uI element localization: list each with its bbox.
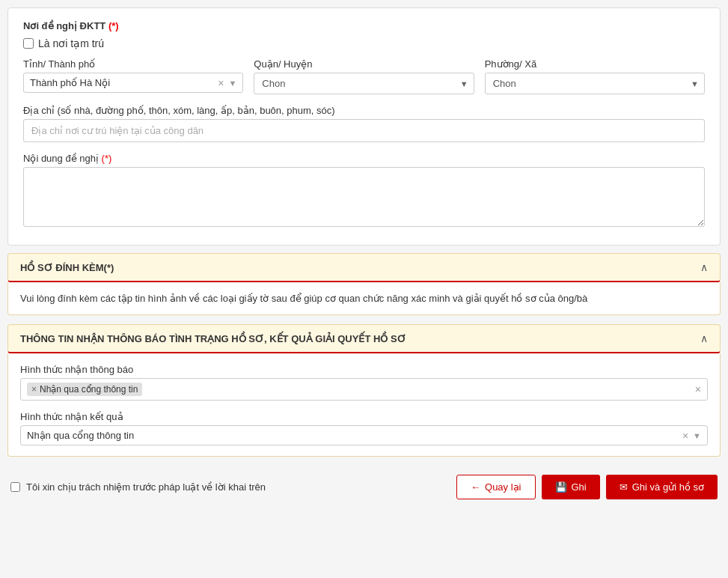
hinh-thuc-bao-select[interactable]: × Nhận qua cổng thông tin × xyxy=(20,378,708,401)
thongtin-title: THÔNG TIN NHẬN THÔNG BÁO TÌNH TRẠNG HỒ S… xyxy=(20,333,406,344)
quan-label: Quận/ Huyện xyxy=(254,58,474,70)
hinh-thuc-bao-group: Hình thức nhận thông báo × Nhận qua cổng… xyxy=(20,364,708,401)
send-icon: ✉ xyxy=(620,481,628,493)
noidung-label: Nội dung đề nghị (*) xyxy=(23,153,705,164)
noidung-row: Nội dung đề nghị (*) xyxy=(23,153,705,227)
diachi-input[interactable] xyxy=(23,119,705,142)
hinh-thuc-bao-label: Hình thức nhận thông báo xyxy=(20,364,708,375)
responsibility-label: Tôi xin chịu trách nhiệm trước pháp luật… xyxy=(26,481,266,493)
tinh-value: Thành phố Hà Nội xyxy=(30,77,213,88)
noi-de-nghi-label: Nơi đề nghị ĐKTT (*) xyxy=(23,20,705,31)
tam-tru-label: Là nơi tạm trú xyxy=(38,37,104,49)
save-icon: 💾 xyxy=(555,481,567,493)
thongtin-content: Hình thức nhận thông báo × Nhận qua cổng… xyxy=(7,353,721,457)
hinh-thuc-ket-arrow-icon: ▼ xyxy=(693,431,701,440)
footer-bar: Tôi xin chịu trách nhiệm trước pháp luật… xyxy=(7,466,721,502)
hinh-thuc-bao-tag: × Nhận qua cổng thông tin xyxy=(27,383,142,396)
tag-close-icon[interactable]: × xyxy=(31,384,37,395)
noidung-group: Nội dung đề nghị (*) xyxy=(23,153,705,227)
hoso-content: Vui lòng đính kèm các tập tin hình ảnh v… xyxy=(7,282,721,315)
diachi-row: Địa chỉ (số nhà, đường phố, thôn, xóm, l… xyxy=(23,105,705,142)
back-button[interactable]: ← Quay lại xyxy=(456,475,535,499)
hoso-description: Vui lòng đính kèm các tập tin hình ảnh v… xyxy=(20,293,708,304)
hinh-thuc-ket-select[interactable]: Nhận qua cổng thông tin × ▼ xyxy=(20,425,708,445)
thongtin-collapse-icon[interactable]: ∧ xyxy=(700,332,708,344)
section-title-text: Nơi đề nghị ĐKTT xyxy=(23,20,105,31)
phuong-label: Phường/ Xã xyxy=(485,58,705,70)
hinh-thuc-ket-value: Nhận qua cổng thông tin xyxy=(27,430,678,441)
noidung-label-text: Nội dung đề nghị xyxy=(23,153,99,164)
diachi-group: Địa chỉ (số nhà, đường phố, thôn, xóm, l… xyxy=(23,105,705,142)
hoso-title: HỒ SƠ ĐÍNH KÈM(*) xyxy=(20,262,114,273)
hinh-thuc-ket-group: Hình thức nhận kết quả Nhận qua cổng thô… xyxy=(20,411,708,445)
save-send-label: Ghi và gửi hồ sơ xyxy=(632,481,704,493)
hoso-collapse-icon[interactable]: ∧ xyxy=(700,261,708,273)
responsibility-checkbox[interactable] xyxy=(10,482,20,492)
tag-label: Nhận qua cổng thông tin xyxy=(40,384,138,395)
tinh-quan-phuong-row: Tỉnh/ Thành phố Thành phố Hà Nội × ▼ Quậ… xyxy=(23,58,705,94)
quan-group: Quận/ Huyện Chon ▼ xyxy=(254,58,474,94)
hinh-thuc-ket-label: Hình thức nhận kết quả xyxy=(20,411,708,422)
back-arrow-icon: ← xyxy=(471,481,480,493)
phuong-select[interactable]: Chon xyxy=(485,73,705,94)
tam-tru-row: Là nơi tạm trú xyxy=(23,37,705,49)
diachi-label: Địa chỉ (số nhà, đường phố, thôn, xóm, l… xyxy=(23,105,705,116)
phuong-select-wrapper: Chon ▼ xyxy=(485,73,705,94)
required-marker: (*) xyxy=(108,20,119,31)
tam-tru-checkbox[interactable] xyxy=(23,38,34,49)
save-button[interactable]: 💾 Ghi xyxy=(542,475,600,499)
save-send-button[interactable]: ✉ Ghi và gửi hồ sơ xyxy=(606,475,718,499)
thongtin-header: THÔNG TIN NHẬN THÔNG BÁO TÌNH TRẠNG HỒ S… xyxy=(7,324,721,353)
thongtin-section: THÔNG TIN NHẬN THÔNG BÁO TÌNH TRẠNG HỒ S… xyxy=(7,324,721,457)
footer-checkbox-row: Tôi xin chịu trách nhiệm trước pháp luật… xyxy=(10,481,266,493)
footer-buttons: ← Quay lại 💾 Ghi ✉ Ghi và gửi hồ sơ xyxy=(456,475,718,499)
tinh-group: Tỉnh/ Thành phố Thành phố Hà Nội × ▼ xyxy=(23,58,243,94)
tag-select-clear-icon[interactable]: × xyxy=(695,383,701,395)
hoso-header: HỒ SƠ ĐÍNH KÈM(*) ∧ xyxy=(7,253,721,282)
back-label: Quay lại xyxy=(485,481,521,493)
tinh-select[interactable]: Thành phố Hà Nội × ▼ xyxy=(23,73,243,93)
save-label: Ghi xyxy=(572,481,587,493)
quan-select-wrapper: Chon ▼ xyxy=(254,73,474,94)
hoso-section: HỒ SƠ ĐÍNH KÈM(*) ∧ Vui lòng đính kèm cá… xyxy=(7,253,721,315)
tinh-label: Tỉnh/ Thành phố xyxy=(23,58,243,70)
hinh-thuc-ket-clear-icon[interactable]: × xyxy=(682,431,688,441)
noidung-required: (*) xyxy=(102,153,112,164)
tinh-arrow-icon: ▼ xyxy=(228,79,236,88)
quan-select[interactable]: Chon xyxy=(254,73,474,94)
tinh-clear-icon[interactable]: × xyxy=(218,78,224,88)
phuong-group: Phường/ Xã Chon ▼ xyxy=(485,58,705,94)
noidung-textarea[interactable] xyxy=(23,167,705,227)
